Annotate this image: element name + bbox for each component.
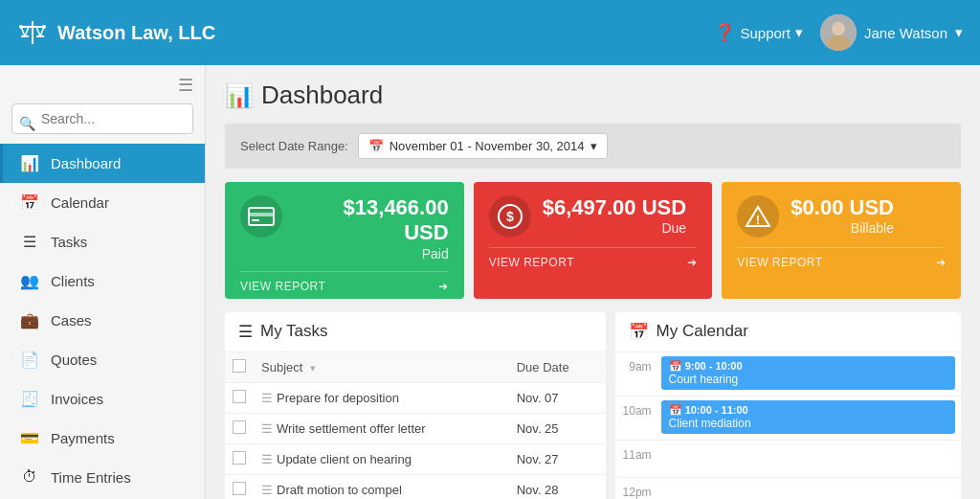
sidebar: ☰ 🔍 📊 Dashboard 📅 Calendar ☰ Tasks 👥 Cli… <box>0 65 206 499</box>
sidebar-label-calendar: Calendar <box>51 194 109 211</box>
main-layout: ☰ 🔍 📊 Dashboard 📅 Calendar ☰ Tasks 👥 Cli… <box>0 65 980 499</box>
tasks-header-icon: ☰ <box>238 322 253 342</box>
invoice-icon: $ <box>497 203 523 230</box>
calendar-icon: 📅 <box>20 193 39 212</box>
sidebar-item-dashboard[interactable]: 📊 Dashboard <box>0 144 205 183</box>
nav-items: 📊 Dashboard 📅 Calendar ☰ Tasks 👥 Clients… <box>0 144 205 499</box>
svg-rect-11 <box>252 219 259 221</box>
card-paid-amount: $13,466.00 USD <box>294 195 449 246</box>
task-drag-icon: ☰ <box>261 483 273 497</box>
sidebar-item-cases[interactable]: 💼 Cases <box>0 301 205 340</box>
task-drag-icon: ☰ <box>261 452 273 466</box>
sidebar-label-quotes: Quotes <box>51 352 97 368</box>
support-chevron-icon: ▾ <box>795 24 803 41</box>
sidebar-item-payments[interactable]: 💳 Payments <box>0 419 205 458</box>
calendar-event[interactable]: 📅 9:00 - 10:00 Court hearing <box>661 356 955 390</box>
topbar-right: ❓ Support ▾ Jane Watson ▾ <box>714 14 963 51</box>
sidebar-item-clients[interactable]: 👥 Clients <box>0 261 205 301</box>
card-due-footer-text: VIEW REPORT <box>489 256 574 269</box>
tasks-title: My Tasks <box>260 322 328 341</box>
table-row: ☰Update client on hearing Nov. 27 <box>225 443 606 474</box>
task-subject: ☰Draft motion to compel <box>254 474 509 499</box>
task-checkbox[interactable] <box>233 390 246 403</box>
date-range-picker[interactable]: 📅 November 01 - November 30, 2014 ▾ <box>358 133 608 159</box>
table-row: ☰Prepare for deposition Nov. 07 <box>225 382 606 413</box>
avatar-image <box>820 14 857 51</box>
calendar-row: 11am <box>615 441 961 478</box>
row-checkbox-cell <box>225 443 254 474</box>
card-paid-label: Paid <box>294 246 449 261</box>
app-logo: Watson Law, LLC <box>17 17 714 48</box>
card-paid-footer-text: VIEW REPORT <box>240 280 325 293</box>
calendar-panel-header: 📅 My Calendar <box>615 312 961 352</box>
task-drag-icon: ☰ <box>261 391 273 405</box>
card-due-label: Due <box>543 220 686 236</box>
tasks-col-checkbox <box>225 352 254 383</box>
task-checkbox[interactable] <box>233 420 246 434</box>
card-due-footer[interactable]: VIEW REPORT ➜ <box>489 247 698 275</box>
sidebar-item-invoices[interactable]: 🧾 Invoices <box>0 379 205 419</box>
card-billable-footer-text: VIEW REPORT <box>737 256 822 269</box>
card-billable-label: Billable <box>791 220 894 236</box>
sidebar-item-tasks[interactable]: ☰ Tasks <box>0 222 205 261</box>
card-billable-footer[interactable]: VIEW REPORT ➜ <box>737 247 946 275</box>
dashboard-icon: 📊 <box>20 154 39 172</box>
task-due: Nov. 07 <box>509 382 606 413</box>
svg-point-7 <box>832 22 845 35</box>
support-button[interactable]: ❓ Support ▾ <box>714 22 803 43</box>
app-name: Watson Law, LLC <box>57 22 215 44</box>
card-paid-arrow-icon: ➜ <box>438 280 449 293</box>
sidebar-label-dashboard: Dashboard <box>51 155 121 171</box>
svg-text:!: ! <box>756 213 760 227</box>
card-billable: ! $0.00 USD Billable VIEW REPORT ➜ <box>722 182 961 299</box>
card-due-amount: $6,497.00 USD <box>543 195 686 220</box>
calendar-event[interactable]: 📅 10:00 - 11:00 Client mediation <box>661 400 955 434</box>
task-due: Nov. 28 <box>509 474 606 499</box>
select-all-checkbox[interactable] <box>233 359 246 373</box>
cases-icon: 💼 <box>20 311 39 329</box>
svg-text:$: $ <box>506 209 514 224</box>
event-time: 📅 9:00 - 10:00 <box>669 360 947 373</box>
sidebar-item-time-entries[interactable]: ⏱ Time Entries <box>0 458 205 496</box>
cal-time-label: 12pm <box>615 478 656 499</box>
task-due: Nov. 27 <box>509 443 606 474</box>
page-title-text: Dashboard <box>261 80 383 110</box>
task-checkbox[interactable] <box>233 451 246 465</box>
event-title: Court hearing <box>669 373 947 386</box>
content-area: 📊 Dashboard Select Date Range: 📅 Novembe… <box>206 65 980 499</box>
event-title: Client mediation <box>669 417 947 430</box>
calendar-panel: 📅 My Calendar 9am 📅 9:00 - 10:00 Court h… <box>615 312 961 499</box>
date-range-chevron-icon: ▾ <box>590 139 597 153</box>
invoices-icon: 🧾 <box>20 390 39 408</box>
calendar-title: My Calendar <box>657 322 748 341</box>
cal-events <box>656 478 961 499</box>
card-due: $ $6,497.00 USD Due VIEW REPORT ➜ <box>474 182 713 299</box>
task-drag-icon: ☰ <box>261 421 273 436</box>
card-due-text: $6,497.00 USD Due <box>543 195 686 236</box>
tasks-col-subject: Subject ▾ <box>254 352 509 383</box>
payments-icon: 💳 <box>20 429 39 447</box>
search-input[interactable] <box>11 103 193 134</box>
task-checkbox[interactable] <box>233 482 246 495</box>
hamburger-icon[interactable]: ☰ <box>178 75 193 96</box>
sidebar-item-quotes[interactable]: 📄 Quotes <box>0 340 205 379</box>
task-due: Nov. 25 <box>509 413 606 443</box>
lower-row: ☰ My Tasks Subject ▾ <box>225 312 961 499</box>
tasks-col-due: Due Date <box>509 352 606 383</box>
avatar <box>820 14 857 51</box>
calendar-row: 9am 📅 9:00 - 10:00 Court hearing <box>615 352 961 397</box>
logo-icon <box>17 17 48 48</box>
cal-events: 📅 9:00 - 10:00 Court hearing <box>656 352 961 396</box>
card-due-arrow-icon: ➜ <box>687 256 698 269</box>
user-menu-button[interactable]: Jane Watson ▾ <box>820 14 963 51</box>
content-inner: 📊 Dashboard Select Date Range: 📅 Novembe… <box>206 65 980 499</box>
sort-icon: ▾ <box>310 362 316 374</box>
tasks-table: Subject ▾ Due Date ☰Prepare for <box>225 352 606 499</box>
quotes-icon: 📄 <box>20 351 39 369</box>
card-paid-footer[interactable]: VIEW REPORT ➜ <box>240 271 449 299</box>
sidebar-item-calendar[interactable]: 📅 Calendar <box>0 183 205 222</box>
user-chevron-icon: ▾ <box>955 24 963 41</box>
search-container: 🔍 <box>0 103 205 144</box>
card-paid: $13,466.00 USD Paid VIEW REPORT ➜ <box>225 182 464 299</box>
table-row: ☰Draft motion to compel Nov. 28 <box>225 474 606 499</box>
